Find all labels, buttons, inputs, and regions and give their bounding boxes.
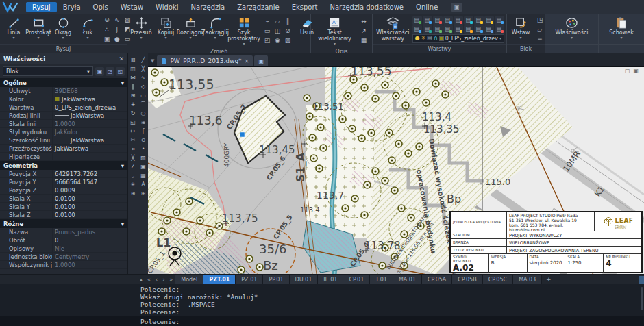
layout-tab[interactable]: CP.05A (422, 275, 452, 284)
spline-icon[interactable]: ∿ (112, 16, 122, 25)
document-tab[interactable]: PW_PP.P...D_2013.dwg* ✕ (157, 55, 253, 66)
viewport-minimize-icon[interactable]: – (619, 68, 621, 74)
property-row[interactable]: Skala Y 0.0100 (0, 203, 127, 211)
align-icon[interactable]: ◫ (273, 27, 282, 36)
property-row[interactable]: Skala X 0.0100 (0, 195, 127, 203)
layer-match[interactable]: ▤ (412, 25, 422, 34)
offset-icon[interactable]: ∥ (129, 82, 137, 90)
menu-tab[interactable]: Rysuj (26, 2, 57, 12)
layer-on[interactable]: ▤ (412, 16, 422, 25)
table-icon[interactable]: ▦ (359, 36, 369, 45)
table-icon[interactable]: ▦ (139, 171, 147, 179)
leader-icon[interactable]: ↗ (359, 27, 369, 36)
layer-walk[interactable]: ▤ (495, 16, 504, 25)
group-title-blok[interactable]: Blok (507, 44, 545, 53)
layer-unisolate[interactable]: ▤ (495, 25, 504, 34)
section-header-geometria[interactable]: Geometria ▾ (0, 161, 127, 170)
menu-tab[interactable]: Online (410, 2, 444, 12)
selection-grip[interactable] (240, 132, 245, 137)
viewport-restore-icon[interactable]: ▢ (625, 68, 630, 74)
prev-layout-icon[interactable]: ‹ (153, 277, 160, 283)
ribbon-toggle-icon[interactable]: ▣ (451, 3, 462, 12)
command-input[interactable]: Polecenie: (0, 316, 644, 326)
array-icon[interactable]: ⊞ (129, 91, 137, 99)
menu-tab[interactable]: Eksport (286, 2, 324, 12)
group-title-rysuj[interactable]: Rysuj (0, 44, 127, 53)
rotate-icon[interactable]: ◉ (273, 36, 282, 45)
property-row[interactable]: Współczynnik j... 1.0000 (0, 261, 127, 269)
arc-button[interactable]: Łuk ▾ (76, 15, 99, 44)
menu-tab[interactable]: Narzędzia dodatkowe (323, 2, 410, 12)
property-row[interactable]: Kolor JakWarstwa (0, 95, 127, 103)
property-row[interactable]: Jednostka bloku Centymetry (0, 253, 127, 261)
hatch-icon[interactable]: ▨ (139, 153, 147, 162)
property-row[interactable]: Hiperłącze (0, 153, 127, 161)
layer-copy-objects[interactable]: ▤ (464, 25, 473, 34)
last-layout-icon[interactable]: » (167, 277, 175, 283)
drawing-canvas[interactable]: – ▢ ▣ (148, 66, 644, 274)
layer-properties-button[interactable]: Właściwości warstwy (375, 15, 411, 44)
chamfer-icon[interactable]: ∠ (129, 162, 137, 171)
fillet-icon[interactable]: ◞ (129, 171, 137, 179)
menu-tab[interactable]: Narzędzia (185, 2, 232, 12)
move-icon[interactable]: + (129, 100, 137, 108)
insert-block-icon[interactable]: ⊞ (139, 189, 147, 197)
rectangle-icon[interactable]: ▭ (139, 91, 147, 99)
donut-icon[interactable]: ● (112, 35, 122, 44)
viewport-maximize-icon[interactable]: ▣ (633, 68, 639, 74)
layout-tab[interactable]: PP.01 (263, 275, 289, 284)
delete-duplicates-icon[interactable]: ⊘ (283, 27, 293, 36)
trim-icon[interactable]: ✂ (129, 136, 137, 144)
group-title-schowek[interactable] (599, 44, 644, 53)
offset-icon[interactable]: ∥ (283, 17, 293, 26)
layout-menu-icon[interactable]: ▴ (138, 277, 145, 283)
section-header-rozne[interactable]: Różne ▾ (0, 219, 127, 228)
group-title-warstwy[interactable]: Warstwy (373, 44, 506, 53)
quick-select-icon[interactable]: ◱ (116, 67, 125, 76)
layout-tab[interactable]: PZ.01 (236, 275, 263, 284)
layer-off-current[interactable]: ▤ (454, 25, 463, 34)
point-icon[interactable]: • (139, 145, 147, 153)
text-icon[interactable]: A (139, 180, 147, 188)
menu-tab[interactable]: Wstaw (114, 2, 149, 12)
break-icon[interactable]: ▭ (262, 27, 272, 36)
explode-icon[interactable]: ▨ (283, 36, 293, 45)
layer-previous[interactable]: ▤ (423, 25, 432, 34)
circle-button[interactable]: Okrąg ▾ (51, 15, 75, 44)
property-row[interactable]: Warstwa 0_LPS_zieleń_drzewa (0, 103, 127, 112)
property-row[interactable]: Skala linii 1.0000 (0, 120, 127, 128)
insert-block-button[interactable]: Wstaw ▾ (509, 15, 532, 44)
menu-tab[interactable]: Opis (87, 2, 114, 12)
layer-isolate[interactable]: ▤ (464, 16, 473, 25)
stretch-button[interactable]: Rozciągnij ▾ (179, 15, 202, 47)
layout-tab[interactable]: T.01 (370, 275, 393, 284)
property-row[interactable]: Pozycja Y 5666564.1547 (0, 178, 127, 186)
layout-tab[interactable]: Model (175, 275, 203, 284)
trim-icon[interactable]: ⌁ (262, 17, 272, 26)
move-button[interactable]: Przesuń ▾ (129, 15, 153, 47)
layout-tab[interactable]: MA.01 (393, 275, 422, 284)
property-row[interactable]: Pozycja Z 0.0009 (0, 186, 127, 195)
layer-merge[interactable]: ▤ (474, 16, 484, 25)
scale-icon[interactable]: ◰ (262, 36, 272, 45)
clipboard-button[interactable]: Schowek ▾ (608, 15, 635, 44)
fillet-button[interactable]: Zaokrąglij ▾ (203, 15, 227, 47)
circle-icon[interactable]: ○ (139, 109, 147, 117)
layer-color[interactable]: ▤ (443, 16, 453, 25)
region-icon[interactable]: ▣ (102, 35, 112, 44)
menu-tab[interactable]: Bryła (57, 2, 87, 12)
join-icon[interactable]: ⊕ (129, 189, 137, 197)
select-objects-icon[interactable]: ◲ (106, 67, 114, 76)
close-tab-icon[interactable]: ✕ (245, 58, 249, 64)
first-layout-icon[interactable]: « (145, 277, 153, 283)
property-row[interactable]: Skala Z 0.0100 (0, 211, 127, 219)
erase-icon[interactable]: ⊠ (129, 55, 137, 64)
next-layout-icon[interactable]: › (160, 277, 166, 283)
line-button[interactable]: Linia ▾ (2, 15, 25, 44)
layout-tab[interactable]: DU.01 (290, 275, 319, 284)
layout-tab[interactable]: PZT.01 (203, 275, 236, 284)
object-type-dropdown[interactable]: Blok ▾ (3, 66, 93, 76)
construction-line-icon[interactable]: ╳ (139, 64, 147, 73)
property-row[interactable]: Styl wydruku JakKolor (0, 128, 127, 136)
toggle-pickadd-icon[interactable]: ▣ (95, 67, 104, 76)
